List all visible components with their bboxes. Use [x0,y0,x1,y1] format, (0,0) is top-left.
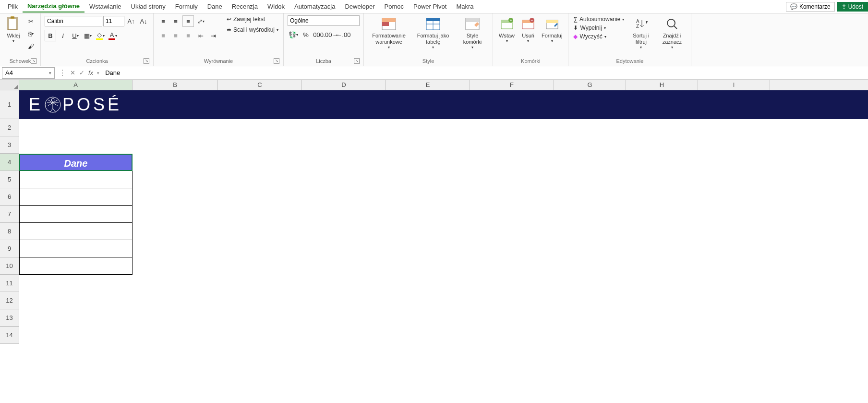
cancel-formula-button[interactable]: ✕ [68,69,77,76]
fill-button[interactable]: ⬇ Wypełnij ▾ [572,24,625,32]
cell-A4[interactable]: Dane [19,154,133,171]
cell-A5[interactable] [19,171,133,188]
cell-A9[interactable] [19,240,133,257]
row-header-8[interactable]: 8 [0,223,19,240]
accounting-format-button[interactable]: 💱▾ [288,29,299,40]
enter-formula-button[interactable]: ✓ [77,69,86,76]
cut-button[interactable]: ✂ [25,15,36,27]
borders-button[interactable]: ▦▾ [82,30,94,41]
row-header-3[interactable]: 3 [0,136,19,154]
chevron-down-icon[interactable]: ▾ [95,71,101,75]
row-header-13[interactable]: 13 [0,309,19,327]
underline-button[interactable]: U▾ [70,30,81,41]
name-box[interactable]: A4 ▾ [2,67,55,79]
align-right-button[interactable]: ≡ [182,30,194,41]
find-select-button[interactable]: Znajdź i zaznacz▾ [657,15,687,51]
font-name-input[interactable] [45,16,102,26]
row-header-7[interactable]: 7 [0,206,19,223]
cell-A8[interactable] [19,223,133,240]
dialog-launcher-icon[interactable]: ↘ [144,58,149,64]
number-format-select[interactable] [288,15,360,26]
col-header-H[interactable]: H [626,80,698,90]
tab-formulas[interactable]: Formuły [170,1,203,12]
fill-color-button[interactable]: ◇▾ [95,30,106,41]
select-all-corner[interactable] [0,80,19,90]
share-button[interactable]: ⇪ Udost [837,2,868,12]
row-header-9[interactable]: 9 [0,240,19,257]
font-color-button[interactable]: A▾ [107,30,119,41]
comments-button[interactable]: 💬 Komentarze [786,2,835,12]
tab-page-layout[interactable]: Układ strony [126,1,170,12]
font-size-input[interactable] [103,16,124,26]
delete-cells-button[interactable]: − Usuń▾ [518,15,538,45]
decrease-decimal-button[interactable]: ←.00 [338,29,349,40]
tab-review[interactable]: Recenzja [227,1,263,12]
align-top-button[interactable]: ≡ [157,15,169,27]
row-header-1[interactable]: 1 [0,90,19,119]
autosum-button[interactable]: ∑ Autosumowanie ▾ [572,15,625,23]
row-header-10[interactable]: 10 [0,257,19,275]
format-as-table-button[interactable]: Formatuj jako tabelę▾ [412,15,454,51]
tab-data[interactable]: Dane [203,1,227,12]
row-header-14[interactable]: 14 [0,327,19,344]
tab-view[interactable]: Widok [263,1,289,12]
svg-line-33 [53,109,56,112]
col-header-G[interactable]: G [554,80,626,90]
row-header-6[interactable]: 6 [0,188,19,206]
paste-button[interactable]: Wklej ▾ [4,15,23,45]
row-header-12[interactable]: 12 [0,292,19,309]
col-header-E[interactable]: E [386,80,470,90]
col-header-D[interactable]: D [302,80,386,90]
tab-insert[interactable]: Wstawianie [84,1,126,12]
italic-button[interactable]: I [57,30,69,41]
align-left-button[interactable]: ≡ [157,30,169,41]
cell-A6[interactable] [19,188,133,206]
comma-button[interactable]: 000 [313,29,324,40]
increase-decimal-button[interactable]: .00→ [325,29,337,40]
format-cells-button[interactable]: Formatuj▾ [540,15,564,45]
merge-center-button[interactable]: ⬌ Scal i wyśrodkuj ▾ [226,26,279,34]
align-bottom-button[interactable]: ≡ [182,15,194,27]
tab-developer[interactable]: Deweloper [340,1,379,12]
tab-macros[interactable]: Makra [451,1,478,12]
align-center-button[interactable]: ≡ [170,30,181,41]
align-middle-button[interactable]: ≡ [170,15,181,27]
col-header-I[interactable]: I [698,80,770,90]
tab-home[interactable]: Narzędzia główne [23,0,84,12]
wrap-text-button[interactable]: ↩ Zawijaj tekst [226,15,279,23]
fx-icon[interactable]: fx [86,69,95,76]
col-header-A[interactable]: A [19,80,133,90]
row-header-2[interactable]: 2 [0,119,19,136]
increase-font-button[interactable]: A↑ [125,15,137,27]
cell-styles-button[interactable]: Style komórki▾ [456,15,489,51]
row-header-5[interactable]: 5 [0,171,19,188]
cells-area[interactable]: E POSÉ Dane [19,90,868,344]
tab-automate[interactable]: Automatyzacja [289,1,340,12]
col-header-F[interactable]: F [470,80,554,90]
percent-button[interactable]: % [300,29,312,40]
copy-button[interactable]: ⎘▾ [25,28,36,39]
tab-help[interactable]: Pomoc [380,1,409,12]
col-header-B[interactable]: B [133,80,218,90]
tab-power-pivot[interactable]: Power Pivot [409,1,451,12]
increase-indent-button[interactable]: ⇥ [207,30,219,41]
decrease-indent-button[interactable]: ⇤ [195,30,206,41]
bold-button[interactable]: B [45,30,56,41]
tab-file[interactable]: Plik [3,1,23,12]
orientation-button[interactable]: ⤢▾ [195,15,206,27]
cell-A7[interactable] [19,206,133,223]
dialog-launcher-icon[interactable]: ↘ [274,58,279,64]
formula-input[interactable] [101,67,868,79]
dialog-launcher-icon[interactable]: ↘ [354,58,360,64]
decrease-font-button[interactable]: A↓ [138,15,149,27]
insert-cells-button[interactable]: + Wstaw▾ [497,15,517,45]
row-header-4[interactable]: 4 [0,154,19,171]
dialog-launcher-icon[interactable]: ↘ [31,58,36,64]
sort-filter-button[interactable]: AZ Sortuj i filtruj▾ [627,15,655,51]
cell-A10[interactable] [19,257,133,275]
row-header-11[interactable]: 11 [0,275,19,292]
clear-button[interactable]: ◆ Wyczyść ▾ [572,33,625,40]
conditional-formatting-button[interactable]: Formatowanie warunkowe▾ [368,15,410,51]
col-header-C[interactable]: C [218,80,302,90]
format-painter-button[interactable]: 🖌 [25,40,36,52]
